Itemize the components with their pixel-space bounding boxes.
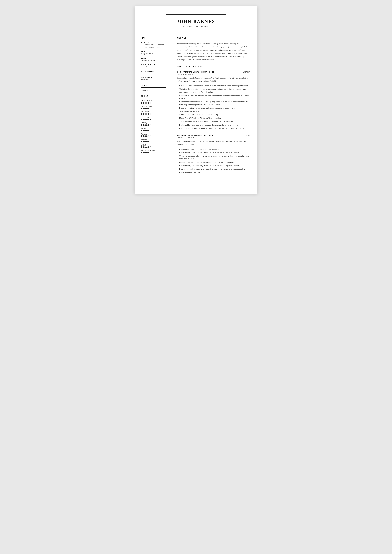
dot-filled	[143, 130, 145, 131]
skill-name: Bore Machine	[141, 111, 166, 113]
dot-filled	[143, 102, 145, 104]
skill-dots	[141, 113, 166, 115]
job-bullet: Properly operate weighing scale and reco…	[177, 107, 250, 109]
nationality-label: NATIONALITY	[141, 77, 166, 78]
job-bullet: Complete job responsibilities in a manne…	[177, 154, 250, 160]
dot-empty	[150, 152, 151, 154]
job-bullet: Perform quality checks during machine op…	[177, 151, 250, 154]
job-location: Springfield	[241, 134, 250, 136]
job-dates: Jan 2014 — Dec 2015	[177, 137, 250, 139]
job-location: Crowley	[243, 71, 250, 73]
dot-filled	[147, 152, 149, 154]
sidebar: INFO ADDRESS 1515 Pacific Ave, Los Angel…	[134, 36, 171, 184]
address-value: 1515 Pacific Ave, Los Angeles, CA 90291,…	[141, 44, 166, 49]
dot-filled	[145, 113, 147, 115]
links-section-title: LINKS	[141, 85, 166, 88]
dot-filled	[141, 152, 142, 154]
header: JOHN BARNES MACHINE OPERATOR	[134, 6, 258, 36]
header-box: JOHN BARNES MACHINE OPERATOR	[166, 14, 226, 31]
skill-item: Set Up and Tuning	[141, 149, 166, 154]
dot-filled	[143, 108, 145, 109]
skill-name: Siemens	[141, 139, 166, 140]
birth-item: PLACE OF BIRTH San Antonio	[141, 64, 166, 68]
job-item: Senior Machine Operator, Kraft FoodsCrow…	[177, 71, 250, 130]
dot-filled	[147, 141, 149, 142]
dot-filled	[147, 119, 149, 120]
info-section: INFO ADDRESS 1515 Pacific Ave, Los Angel…	[141, 37, 166, 81]
candidate-title: MACHINE OPERATOR	[176, 25, 216, 27]
dot-filled	[147, 146, 149, 148]
license-value: Full	[141, 72, 166, 75]
employment-section-title: EMPLOYMENT HISTORY	[177, 66, 250, 69]
skills-list: Mill 2D, Mill 3DLathe MachineBore Machin…	[141, 100, 166, 154]
dot-filled	[143, 141, 145, 142]
dot-filled	[141, 130, 142, 131]
job-bullet: Assist in any activities related to lean…	[177, 113, 250, 116]
job-title: General Machine Operator, MLS Mining	[177, 134, 215, 136]
job-bullet: Balance the immediate workload recognizi…	[177, 100, 250, 106]
skill-name: PLC Coding	[141, 116, 166, 118]
dot-empty	[150, 108, 151, 109]
skill-item: PLC Coding	[141, 116, 166, 120]
skill-item: Kaizen	[141, 127, 166, 131]
dot-empty	[150, 124, 151, 126]
dot-empty	[150, 113, 151, 115]
dot-empty	[150, 130, 151, 131]
skills-section-title: SKILLS	[141, 95, 166, 98]
dot-filled	[145, 124, 147, 126]
job-bullet: Perform general clean-up	[177, 171, 250, 174]
phone-item: PHONE (541) 754-3010	[141, 51, 166, 55]
skill-dots	[141, 102, 166, 104]
dot-filled	[143, 152, 145, 154]
dot-filled	[141, 119, 142, 120]
skill-dots	[141, 146, 166, 148]
dot-filled	[141, 141, 142, 142]
employment-section: EMPLOYMENT HISTORY Senior Machine Operat…	[177, 66, 250, 174]
links-section: LINKS Facebook	[141, 85, 166, 91]
job-item: General Machine Operator, MLS MiningSpri…	[177, 134, 250, 174]
skill-dots	[141, 130, 166, 131]
email-item: EMAIL email@email.com	[141, 57, 166, 62]
dot-filled	[145, 119, 147, 120]
job-bullet: Set up assigned press line for maximum e…	[177, 120, 250, 123]
skill-dots	[141, 119, 166, 120]
address-label: ADDRESS	[141, 42, 166, 43]
dot-filled	[145, 141, 147, 142]
dot-filled	[145, 152, 147, 154]
birth-value: San Antonio	[141, 66, 166, 68]
dot-filled	[141, 113, 142, 115]
main-layout: INFO ADDRESS 1515 Pacific Ave, Los Angel…	[134, 36, 258, 184]
facebook-link[interactable]: Facebook	[141, 90, 166, 91]
dot-filled	[145, 130, 147, 131]
job-summary: Instrumental in introducing KANBAN preve…	[177, 140, 250, 146]
job-bullet: Set up, operate, and maintain cranes, fo…	[177, 84, 250, 87]
nationality-value: American	[141, 79, 166, 81]
profile-text: Experienced Machine Operator with over a…	[177, 42, 250, 61]
skill-dots	[141, 152, 166, 154]
dot-filled	[143, 119, 145, 120]
dot-filled	[143, 135, 145, 137]
job-bullets: Pull, inspect and verify product before …	[177, 148, 250, 174]
dot-empty	[150, 135, 151, 137]
skill-name: CNC Operation	[141, 122, 166, 124]
resume-page: JOHN BARNES MACHINE OPERATOR INFO ADDRES…	[134, 6, 258, 194]
phone-label: PHONE	[141, 51, 166, 52]
nationality-item: NATIONALITY American	[141, 77, 166, 81]
dot-empty	[150, 102, 151, 104]
dot-filled	[141, 108, 142, 109]
dot-filled	[147, 102, 149, 104]
jobs-list: Senior Machine Operator, Kraft FoodsCrow…	[177, 71, 250, 174]
dot-filled	[145, 102, 147, 104]
skill-item: Kanban	[141, 133, 166, 137]
address-item: ADDRESS 1515 Pacific Ave, Los Angeles, C…	[141, 42, 166, 49]
skill-name: Kaizen	[141, 127, 166, 129]
job-bullet: Performed follow up operations such as d…	[177, 124, 250, 126]
skill-name: Mill 2D, Mill 3D	[141, 100, 166, 102]
dot-filled	[145, 146, 147, 148]
skill-name: Kanban	[141, 133, 166, 135]
dot-filled	[147, 108, 149, 109]
job-bullet: Perform quality checks during machine op…	[177, 164, 250, 167]
dot-filled	[141, 102, 142, 104]
dot-filled	[141, 135, 142, 137]
dot-filled	[143, 146, 145, 148]
